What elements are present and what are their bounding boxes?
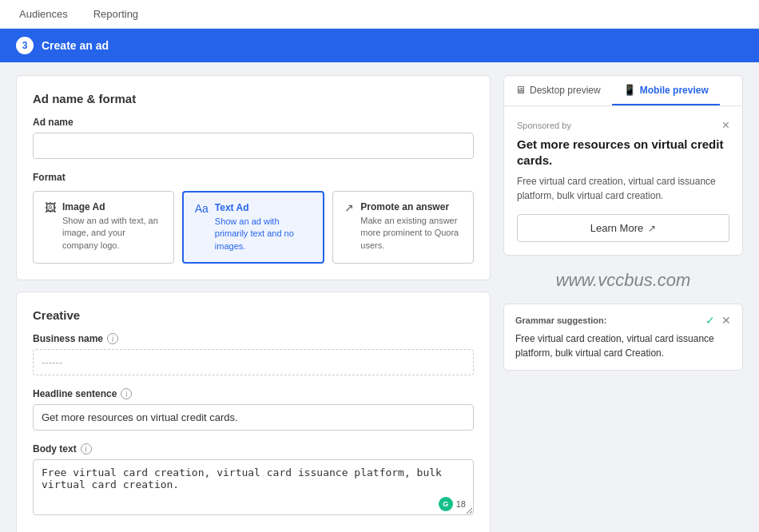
ad-name-input[interactable]: [33, 133, 474, 159]
headline-field-group: Headline sentence i: [33, 388, 474, 431]
grammar-label: Grammar suggestion:: [515, 316, 606, 325]
ad-name-field-group: Ad name: [33, 117, 474, 159]
left-panel: Ad name & format Ad name Format 🖼 Image …: [16, 75, 491, 532]
grammarly-icon: G: [439, 497, 453, 511]
text-ad-name: Text Ad: [215, 202, 312, 213]
text-ad-desc: Show an ad with primarily text and no im…: [215, 216, 294, 251]
char-count-area: G 18: [439, 497, 466, 511]
grammar-header: Grammar suggestion: ✓ ✕: [515, 314, 731, 327]
format-section: Format 🖼 Image Ad Show an ad with text, …: [33, 172, 474, 264]
format-image-ad[interactable]: 🖼 Image Ad Show an ad with text, an imag…: [33, 191, 174, 264]
creative-card: Creative Business name i Headline senten…: [16, 292, 491, 532]
grammar-suggestion-card: Grammar suggestion: ✓ ✕ Free virtual car…: [503, 304, 743, 371]
desktop-tab-label: Desktop preview: [530, 85, 601, 96]
business-name-label: Business name: [33, 333, 103, 344]
sponsored-label: Sponsored by: [517, 121, 571, 130]
body-text-label: Body text: [33, 443, 77, 455]
grammar-dismiss-button[interactable]: ✕: [721, 314, 731, 327]
grammar-accept-button[interactable]: ✓: [705, 314, 715, 327]
grammar-text: Free virtual card creation, virtual card…: [515, 332, 731, 360]
body-text-info-icon[interactable]: i: [81, 443, 92, 455]
format-options: 🖼 Image Ad Show an ad with text, an imag…: [33, 191, 474, 264]
text-ad-icon: Aa: [195, 202, 209, 215]
preview-tabs: 🖥 Desktop preview 📱 Mobile preview: [503, 75, 743, 105]
ad-name-format-title: Ad name & format: [33, 92, 474, 105]
mobile-icon: 📱: [623, 84, 636, 96]
promote-answer-icon: ↗: [344, 201, 354, 214]
headline-info-icon[interactable]: i: [121, 388, 132, 399]
format-promote-answer[interactable]: ↗ Promote an answer Make an existing ans…: [332, 191, 474, 264]
preview-title: Get more resources on virtual credit car…: [517, 137, 729, 168]
sponsored-area: Sponsored by ×: [517, 119, 729, 132]
nav-audiences[interactable]: Audiences: [16, 0, 71, 28]
preview-body: Free virtual card creation, virtual card…: [517, 174, 729, 203]
preview-card: Sponsored by × Get more resources on vir…: [503, 105, 743, 256]
creative-title: Creative: [33, 308, 474, 322]
right-panel: 🖥 Desktop preview 📱 Mobile preview Spons…: [503, 75, 743, 371]
headline-label: Headline sentence: [33, 388, 117, 399]
external-link-icon: ↗: [648, 223, 656, 234]
business-name-field-group: Business name i: [33, 333, 474, 375]
format-label: Format: [33, 172, 474, 183]
body-text-field-group: Body text i Free virtual card creation, …: [33, 443, 474, 518]
mobile-preview-tab[interactable]: 📱 Mobile preview: [612, 76, 720, 105]
char-count: 18: [456, 499, 466, 509]
step-title: Create an ad: [42, 39, 109, 52]
top-nav: Audiences Reporting: [0, 0, 759, 29]
desktop-icon: 🖥: [515, 84, 526, 96]
ad-name-format-card: Ad name & format Ad name Format 🖼 Image …: [16, 75, 491, 280]
image-ad-desc: Show an ad with text, an image, and your…: [62, 216, 158, 250]
learn-more-button[interactable]: Learn More ↗: [517, 214, 729, 242]
step-header: 3 Create an ad: [0, 29, 759, 62]
learn-more-label: Learn More: [590, 222, 643, 234]
business-name-input[interactable]: [33, 349, 474, 375]
nav-reporting[interactable]: Reporting: [90, 0, 141, 28]
ad-name-label: Ad name: [33, 117, 474, 128]
image-ad-icon: 🖼: [45, 201, 56, 214]
mobile-tab-label: Mobile preview: [640, 85, 709, 96]
headline-input[interactable]: [33, 404, 474, 431]
step-circle: 3: [16, 37, 34, 54]
desktop-preview-tab[interactable]: 🖥 Desktop preview: [504, 76, 612, 105]
image-ad-name: Image Ad: [62, 201, 162, 212]
promote-answer-name: Promote an answer: [360, 201, 462, 212]
promote-answer-desc: Make an existing answer more prominent t…: [360, 216, 459, 250]
body-text-wrapper: Free virtual card creation, virtual card…: [33, 459, 474, 518]
business-name-info-icon[interactable]: i: [107, 333, 118, 344]
body-text-textarea[interactable]: Free virtual card creation, virtual card…: [33, 459, 474, 515]
watermark: www.vccbus.com: [503, 256, 743, 294]
grammar-actions: ✓ ✕: [705, 314, 731, 327]
format-text-ad[interactable]: Aa Text Ad Show an ad with primarily tex…: [182, 191, 325, 264]
preview-close-button[interactable]: ×: [722, 119, 729, 132]
